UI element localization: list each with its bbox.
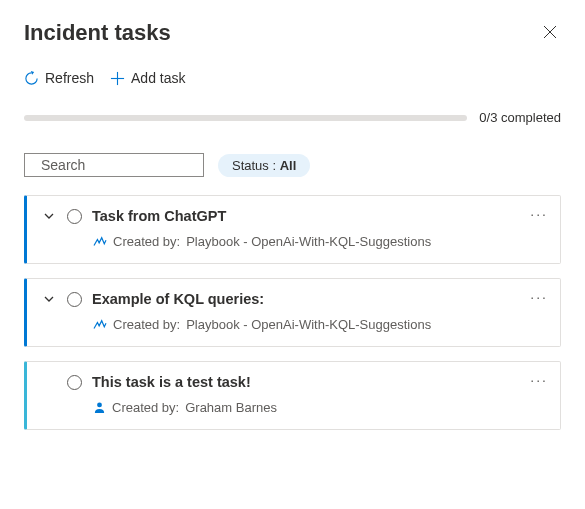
progress-bar xyxy=(24,115,467,121)
task-card[interactable]: Task from ChatGPT Created by: Playbook -… xyxy=(24,195,561,264)
page-title: Incident tasks xyxy=(24,20,171,46)
playbook-icon xyxy=(93,236,107,248)
plus-icon xyxy=(110,71,125,86)
created-by-value: Playbook - OpenAi-With-KQL-Suggestions xyxy=(186,234,431,249)
task-card[interactable]: Example of KQL queries: Created by: Play… xyxy=(24,278,561,347)
search-input[interactable] xyxy=(41,157,216,173)
chevron-down-icon xyxy=(43,210,55,222)
playbook-icon xyxy=(93,319,107,331)
created-by-value: Playbook - OpenAi-With-KQL-Suggestions xyxy=(186,317,431,332)
task-title: This task is a test task! xyxy=(92,374,251,390)
created-by-label: Created by: xyxy=(113,317,180,332)
refresh-icon xyxy=(24,71,39,86)
refresh-label: Refresh xyxy=(45,70,94,86)
status-filter[interactable]: Status : All xyxy=(218,154,310,177)
task-card[interactable]: This task is a test task! Created by: Gr… xyxy=(24,361,561,430)
add-task-label: Add task xyxy=(131,70,185,86)
task-title: Example of KQL queries: xyxy=(92,291,264,307)
task-list: Task from ChatGPT Created by: Playbook -… xyxy=(24,195,561,430)
task-status-circle[interactable] xyxy=(67,375,82,390)
refresh-button[interactable]: Refresh xyxy=(24,66,94,90)
task-more-button[interactable]: ··· xyxy=(530,206,548,222)
progress-text: 0/3 completed xyxy=(479,110,561,125)
close-icon xyxy=(543,25,557,39)
add-task-button[interactable]: Add task xyxy=(110,66,185,90)
chevron-down-icon xyxy=(43,293,55,305)
task-more-button[interactable]: ··· xyxy=(530,372,548,388)
task-expand-toggle[interactable] xyxy=(41,293,57,305)
person-icon xyxy=(93,401,106,414)
created-by-value: Graham Barnes xyxy=(185,400,277,415)
task-status-circle[interactable] xyxy=(67,292,82,307)
created-by-label: Created by: xyxy=(113,234,180,249)
search-box[interactable] xyxy=(24,153,204,177)
task-status-circle[interactable] xyxy=(67,209,82,224)
task-more-button[interactable]: ··· xyxy=(530,289,548,305)
svg-point-6 xyxy=(97,402,102,407)
close-button[interactable] xyxy=(539,21,561,46)
task-expand-toggle[interactable] xyxy=(41,210,57,222)
task-title: Task from ChatGPT xyxy=(92,208,226,224)
status-filter-value: All xyxy=(280,158,297,173)
created-by-label: Created by: xyxy=(112,400,179,415)
status-filter-label: Status : xyxy=(232,158,276,173)
